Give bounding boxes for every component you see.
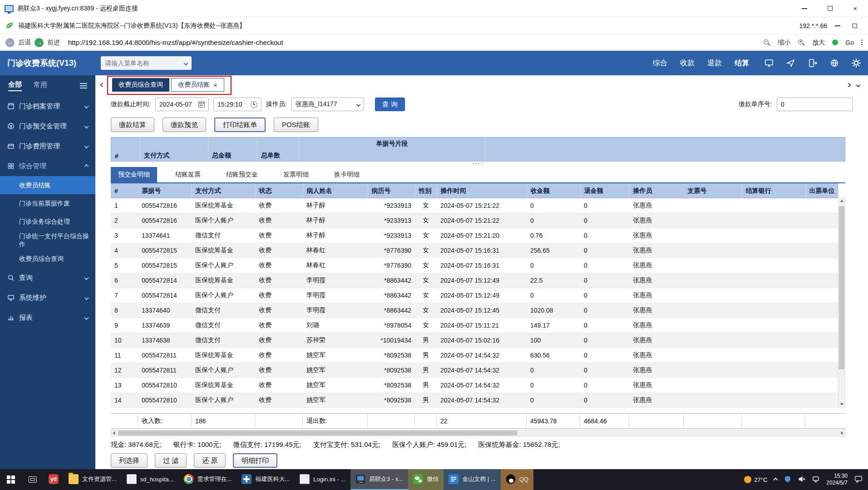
table-row[interactable]: 40055472815医保统筹基金收费林春红*8776390女2024-05-0… — [111, 243, 838, 258]
app-restore-button[interactable] — [848, 24, 862, 28]
tab-invoice-detail[interactable]: 发票明细 — [276, 167, 316, 182]
taskbar-item-wechat[interactable]: 微信 — [408, 469, 444, 490]
tab-card-change-detail[interactable]: 换卡明细 — [327, 167, 367, 182]
preview-button[interactable]: 缴款预览 — [163, 118, 206, 132]
send-icon[interactable] — [786, 59, 795, 68]
operator-select[interactable]: 张惠燕_l14177 — [291, 98, 364, 111]
sidebar-item-archive[interactable]: 门诊档案管理 — [0, 96, 95, 116]
splitter-handle[interactable]: •••• — [111, 162, 845, 166]
gear-icon[interactable] — [852, 59, 861, 68]
col-receipt-no[interactable]: 票据号 — [138, 184, 192, 198]
col-refunded[interactable]: 退金额 — [580, 184, 629, 198]
taskbar-item-youdao[interactable]: yd — [44, 469, 64, 490]
scroll-down-icon[interactable] — [838, 400, 845, 407]
serial-field[interactable] — [777, 98, 853, 111]
weather-widget[interactable]: 27°C — [744, 476, 767, 483]
taskbar-item-notepad[interactable]: sd_hospita... — [122, 469, 179, 490]
sidebar-tab-all[interactable]: 全部 — [8, 80, 22, 91]
forward-icon[interactable]: → — [35, 38, 44, 47]
exit-icon[interactable] — [808, 59, 817, 68]
more-menu-icon[interactable] — [861, 39, 863, 45]
chevron-down-icon[interactable] — [856, 83, 861, 87]
sidebar-subitem-invoice-void[interactable]: 门诊当前票据作废 — [0, 194, 95, 212]
horizontal-scrollbar[interactable] — [111, 430, 845, 436]
chevron-down-icon[interactable] — [184, 61, 188, 65]
collapse-sidebar-icon[interactable] — [100, 83, 105, 87]
forward-label[interactable]: 前进 — [47, 39, 60, 47]
sidebar-item-maintenance[interactable]: 系统维护 — [0, 288, 95, 308]
monitor-icon[interactable] — [764, 59, 774, 68]
col-received[interactable]: 收金额 — [527, 184, 580, 198]
pos-checkout-button[interactable]: POS结账 — [274, 118, 318, 132]
header-link-settle[interactable]: 结算 — [735, 59, 749, 68]
tab-checkout-invoice[interactable]: 结账发票 — [168, 167, 208, 182]
sidebar-subitem-business-process[interactable]: 门诊业务综合处理 — [0, 212, 95, 230]
sidebar-item-query[interactable]: 查询 — [0, 268, 95, 288]
table-row[interactable]: 1013374638微信支付收费苏祥荣*10019434男2024-05-07 … — [111, 333, 838, 348]
table-row[interactable]: 10055472816医保统筹基金收费林子醇*9233913女2024-05-0… — [111, 198, 838, 213]
zoom-out-label[interactable]: 缩小 — [778, 39, 790, 47]
taskbar-item-chrome[interactable]: 需求管理在... — [179, 469, 237, 490]
col-operator[interactable]: 操作员 — [629, 184, 684, 198]
restore-button[interactable]: 还 原 — [194, 453, 226, 468]
header-link-collect[interactable]: 收款 — [680, 59, 695, 68]
menu-search-box[interactable] — [101, 56, 192, 70]
task-view-button[interactable] — [22, 469, 44, 490]
action-center-icon[interactable] — [854, 475, 863, 485]
table-row[interactable]: 20055472816医保个人账户收费林子醇*9233913女2024-05-0… — [111, 213, 838, 228]
table-row[interactable]: 70055472814医保个人账户收费李明霞*8863442女2024-05-0… — [111, 288, 838, 303]
header-link-refund[interactable]: 退款 — [707, 59, 722, 68]
hamburger-icon[interactable] — [80, 83, 87, 88]
address-url[interactable]: http://192.168.190.44:8000/his-mzsf/app/… — [68, 39, 283, 46]
clock[interactable]: 15:30 2024/5/7 — [826, 473, 848, 486]
sidebar-item-reports[interactable]: 报表 — [0, 308, 95, 328]
hidden-icons-chevron[interactable] — [774, 477, 778, 482]
sidebar-subitem-cashier-checkout[interactable]: 收费员结账 — [0, 176, 95, 194]
taskbar-item-rdp[interactable]: 易联众3 - x... — [350, 469, 408, 490]
table-row[interactable]: 50055472815医保个人账户收费林春红*8776390女2024-05-0… — [111, 258, 838, 273]
shield-icon[interactable] — [784, 475, 791, 484]
chevron-right-icon[interactable] — [847, 83, 851, 87]
tab-prepay-detail[interactable]: 预交金明细 — [111, 167, 157, 182]
table-row[interactable]: 130055472810医保统筹基金收费姚空军*8092538男2024-05-… — [111, 378, 838, 393]
sidebar-item-prepay[interactable]: 门诊预交金管理 — [0, 116, 95, 136]
filter-button[interactable]: 过 滤 — [155, 453, 187, 468]
back-icon[interactable]: ← — [5, 38, 15, 47]
start-button[interactable] — [0, 469, 22, 490]
taskbar-item-explorer[interactable]: 文件资源管... — [64, 469, 122, 490]
col-cheque-no[interactable]: 支票号 — [684, 184, 742, 198]
rdp-close-button[interactable]: × — [843, 0, 868, 17]
menu-search-input[interactable] — [105, 59, 177, 67]
calendar-icon[interactable] — [198, 101, 205, 108]
tab-cashier-checkout[interactable]: 收费员结账 × — [171, 78, 224, 92]
network-icon[interactable] — [812, 475, 819, 484]
rdp-minimize-button[interactable] — [792, 0, 817, 17]
deadline-date-input[interactable] — [159, 101, 195, 108]
col-status[interactable]: 状态 — [255, 184, 303, 198]
scrollbar-thumb[interactable] — [839, 206, 844, 369]
col-pay-type[interactable]: 支付方式 — [192, 184, 255, 198]
serial-input[interactable] — [781, 101, 849, 108]
app-minimize-button[interactable] — [831, 25, 844, 26]
rdp-maximize-button[interactable] — [817, 0, 843, 17]
table-row[interactable]: 60055472814医保统筹基金收费李明霞*8863442女2024-05-0… — [111, 273, 838, 288]
col-gender[interactable]: 性别 — [415, 184, 437, 198]
sidebar-subitem-unified-payment[interactable]: 门诊统一支付平台综合操作 — [0, 230, 95, 250]
taskbar-item-fjmu[interactable]: 福建医科大... — [237, 469, 295, 490]
table-row[interactable]: 120055472811医保个人账户收费姚空军*8092538男2024-05-… — [111, 363, 838, 378]
print-detail-button[interactable]: 明细打印 — [233, 453, 277, 468]
deadline-time-field[interactable] — [213, 98, 261, 111]
col-issuer[interactable]: 出票单位 — [805, 184, 838, 198]
vertical-scrollbar[interactable] — [838, 198, 845, 407]
go-icon[interactable] — [832, 39, 838, 45]
zoom-in-icon[interactable]: + — [798, 39, 805, 46]
header-link-synthesize[interactable]: 综合 — [653, 59, 667, 68]
col-bank[interactable]: 结算银行 — [742, 184, 805, 198]
taskbar-item-wps[interactable]: 金山文档 | ... — [444, 469, 500, 490]
col-op-time[interactable]: 操作时间 — [437, 184, 527, 198]
settle-button[interactable]: 缴款结算 — [111, 118, 154, 132]
zoom-in-label[interactable]: 放大 — [812, 39, 825, 47]
taskbar-item-notepad[interactable]: Login.ini - ... — [295, 469, 350, 490]
scroll-right-icon[interactable] — [838, 432, 845, 434]
deadline-date-field[interactable] — [155, 98, 209, 111]
